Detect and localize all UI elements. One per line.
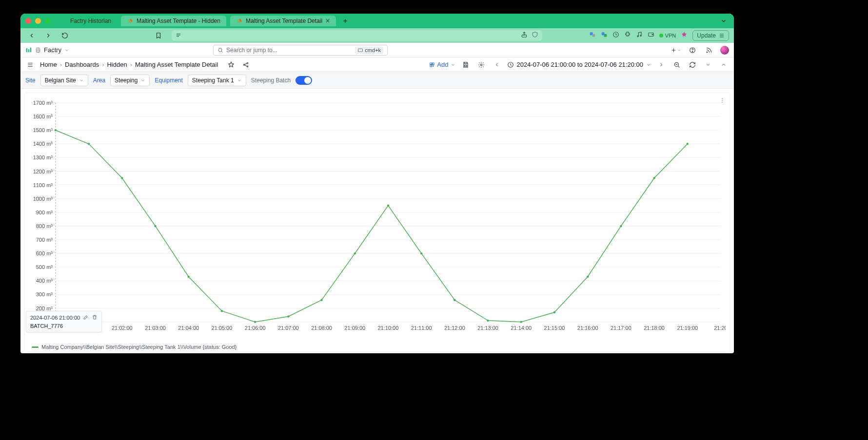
nav-forward-button[interactable]: [42, 30, 55, 41]
var-area-label[interactable]: Area: [93, 77, 105, 84]
annotation-tooltip: 2024-07-06 21:00:00 BATCH_7776: [26, 311, 102, 332]
time-range[interactable]: 2024-07-06 21:00:00 to 2024-07-06 21:20:…: [507, 61, 651, 68]
svg-text:21:05:00: 21:05:00: [212, 325, 233, 331]
chevron-down-icon: [140, 78, 145, 83]
address-bar[interactable]: [172, 30, 542, 41]
svg-text:1400 m³: 1400 m³: [33, 141, 53, 147]
browser-tab-1[interactable]: Malting Asset Template - Hidden: [121, 16, 226, 26]
tooltip-timestamp: 2024-07-06 21:00:00: [30, 315, 80, 321]
rewards-icon[interactable]: [681, 31, 688, 40]
nav-reload-button[interactable]: [59, 30, 71, 41]
window-controls: [25, 18, 51, 24]
chart-legend[interactable]: Malting Company\\Belgian Site\\Steeping\…: [32, 344, 237, 350]
svg-text:21:07:00: 21:07:00: [278, 325, 299, 331]
time-next-button[interactable]: [656, 59, 667, 70]
window-minimize-button[interactable]: [35, 18, 41, 24]
brand[interactable]: Factry: [25, 46, 69, 54]
svg-point-91: [121, 177, 123, 179]
chart[interactable]: 200 m³300 m³400 m³500 m³600 m³700 m³800 …: [29, 97, 726, 341]
tab-label: Factry Historian: [70, 18, 111, 24]
time-prev-button[interactable]: [492, 59, 502, 70]
var-equipment-select[interactable]: Steeping Tank 1: [188, 75, 246, 86]
edit-annotation-icon[interactable]: [83, 314, 89, 321]
svg-rect-26: [430, 65, 432, 67]
collapse-button[interactable]: [718, 59, 729, 70]
svg-text:21:08:00: 21:08:00: [311, 325, 332, 331]
tooltip-name: BATCH_7776: [30, 323, 98, 329]
window-maximize-button[interactable]: [45, 18, 51, 24]
chevron-down-icon: [237, 78, 242, 83]
nav-back-button[interactable]: [25, 30, 38, 41]
svg-point-89: [55, 129, 57, 131]
var-equipment-label[interactable]: Equipment: [155, 77, 182, 84]
browser-toolbar: VPN Update: [20, 28, 734, 43]
svg-point-16: [218, 48, 222, 52]
svg-point-23: [247, 66, 248, 67]
crumb-current: Malting Asset Template Detail: [135, 61, 218, 68]
news-button[interactable]: [704, 45, 714, 56]
user-avatar[interactable]: [720, 46, 729, 55]
share-icon[interactable]: [521, 31, 528, 40]
vpn-indicator[interactable]: VPN: [659, 33, 676, 38]
create-button[interactable]: [671, 45, 681, 56]
global-search[interactable]: Search or jump to... cmd+k: [213, 45, 388, 56]
svg-rect-24: [430, 63, 432, 65]
svg-point-97: [320, 299, 322, 301]
wallet-icon[interactable]: [648, 31, 654, 40]
template-variables-bar: Site Belgian Site Area Steeping Equipmen…: [20, 72, 734, 89]
add-button[interactable]: Add: [429, 61, 455, 68]
svg-point-108: [687, 143, 689, 145]
var-batch-toggle[interactable]: [296, 76, 312, 85]
zoom-out-button[interactable]: [671, 59, 682, 70]
svg-point-107: [653, 177, 655, 179]
svg-point-11: [652, 34, 653, 35]
save-dashboard-button[interactable]: [460, 59, 471, 70]
extension-clock-icon[interactable]: [612, 31, 619, 40]
share-dashboard-button[interactable]: [240, 59, 251, 70]
svg-text:300 m³: 300 m³: [36, 291, 53, 297]
var-area-select[interactable]: Steeping: [110, 75, 150, 86]
update-button[interactable]: Update: [692, 30, 729, 41]
site-settings-icon[interactable]: [176, 31, 181, 40]
svg-text:21:03:00: 21:03:00: [145, 325, 166, 331]
clock-icon: [507, 61, 514, 68]
svg-text:21:02:00: 21:02:00: [112, 325, 133, 331]
crumb-dashboards[interactable]: Dashboards: [65, 61, 99, 68]
extension-translate2-icon[interactable]: [601, 31, 608, 40]
tab-close-icon[interactable]: ✕: [325, 18, 330, 24]
svg-text:21:14:00: 21:14:00: [511, 325, 532, 331]
refresh-button[interactable]: [687, 59, 698, 70]
delete-annotation-icon[interactable]: [92, 314, 98, 321]
new-tab-button[interactable]: [340, 16, 351, 26]
dashboard-settings-button[interactable]: [476, 59, 487, 70]
bookmark-button[interactable]: [152, 30, 165, 41]
svg-text:1200 m³: 1200 m³: [33, 169, 53, 174]
extension-translate-icon[interactable]: [589, 31, 596, 40]
favorite-button[interactable]: [226, 59, 237, 70]
crumb-hidden[interactable]: Hidden: [107, 61, 127, 68]
window-close-button[interactable]: [25, 18, 31, 24]
dock-menu-button[interactable]: [25, 60, 35, 70]
help-button[interactable]: [687, 45, 698, 56]
browser-tab-0[interactable]: Factry Historian: [64, 16, 117, 26]
browser-tab-2[interactable]: Malting Asset Template Detail ✕: [230, 16, 336, 26]
var-site-label[interactable]: Site: [25, 77, 36, 84]
music-icon[interactable]: [636, 31, 643, 40]
var-site-select[interactable]: Belgian Site: [40, 75, 88, 86]
svg-text:200 m³: 200 m³: [36, 306, 53, 311]
shields-icon[interactable]: [532, 31, 538, 40]
search-placeholder: Search or jump to...: [226, 47, 277, 54]
chevron-down-icon: [646, 62, 651, 67]
chevron-down-icon: [451, 62, 455, 67]
legend-swatch: [32, 346, 39, 348]
refresh-interval-button[interactable]: [703, 59, 713, 70]
svg-rect-27: [464, 65, 467, 66]
crumb-home[interactable]: Home: [40, 61, 57, 68]
brand-label: Factry: [44, 46, 61, 54]
svg-rect-14: [30, 47, 31, 52]
extensions-icon[interactable]: [624, 31, 631, 40]
svg-text:21:06:00: 21:06:00: [245, 325, 266, 331]
svg-rect-12: [26, 48, 27, 52]
breadcrumb: Home › Dashboards › Hidden › Malting Ass…: [40, 61, 218, 68]
tab-overflow-button[interactable]: [718, 16, 729, 26]
